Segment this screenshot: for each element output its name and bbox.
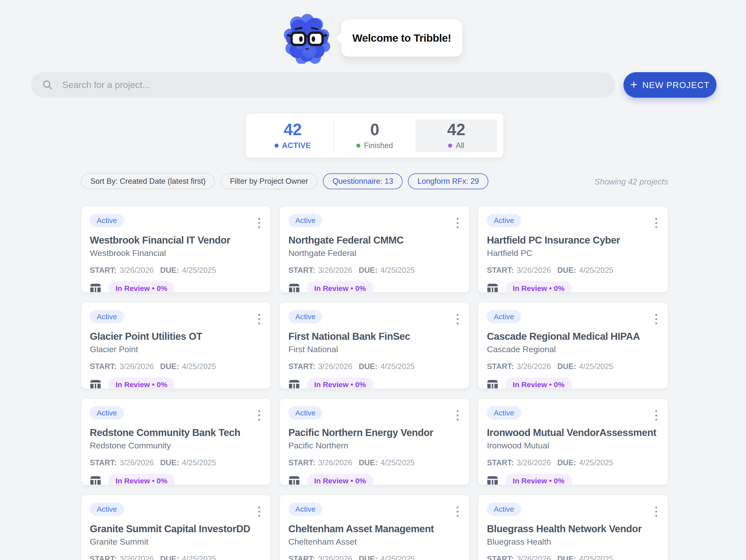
status-badge: Active bbox=[487, 406, 521, 420]
project-card[interactable]: Active Northgate Federal CMMC Northgate … bbox=[280, 206, 470, 292]
start-label: START: bbox=[288, 266, 315, 275]
stat-finished[interactable]: 0 Finished bbox=[334, 119, 415, 152]
project-card[interactable]: Active Granite Summit Capital InvestorDD… bbox=[81, 495, 271, 560]
card-footer: In Review • 0% bbox=[288, 281, 461, 292]
start-date: 3/26/2026 bbox=[119, 266, 154, 275]
stat-all[interactable]: 42 All bbox=[415, 119, 497, 152]
project-dates: START: 3/26/2026 DUE: 4/25/2025 bbox=[487, 555, 659, 560]
kebab-menu-icon[interactable] bbox=[257, 505, 262, 518]
kebab-menu-icon[interactable] bbox=[257, 312, 262, 326]
status-badge: Active bbox=[90, 406, 124, 420]
project-card[interactable]: Active Redstone Community Bank Tech Reds… bbox=[81, 398, 271, 485]
due-label: DUE: bbox=[160, 362, 179, 371]
kebab-menu-icon[interactable] bbox=[654, 505, 659, 518]
table-icon bbox=[288, 476, 300, 485]
filter-owner-button[interactable]: Filter by Project Owner bbox=[221, 173, 317, 189]
project-owner: Ironwood Mutual bbox=[487, 441, 659, 450]
project-owner: Bluegrass Health bbox=[487, 537, 659, 547]
start-label: START: bbox=[288, 458, 315, 467]
due-date: 4/25/2025 bbox=[182, 362, 216, 371]
project-card[interactable]: Active Glacier Point Utilities OT Glacie… bbox=[81, 302, 271, 389]
project-owner: Granite Summit bbox=[90, 537, 262, 547]
due-label: DUE: bbox=[160, 266, 179, 275]
due-date: 4/25/2025 bbox=[579, 555, 613, 560]
project-title: Glacier Point Utilities OT bbox=[90, 331, 262, 342]
start-label: START: bbox=[90, 266, 117, 275]
review-status-pill: In Review • 0% bbox=[307, 377, 373, 389]
status-badge: Active bbox=[487, 310, 521, 324]
due-label: DUE: bbox=[359, 555, 378, 560]
project-card[interactable]: Active Ironwood Mutual VendorAssessment … bbox=[478, 398, 668, 485]
project-title: Cascade Regional Medical HIPAA bbox=[487, 331, 659, 342]
project-card[interactable]: Active Westbrook Financial IT Vendor Wes… bbox=[81, 206, 271, 292]
status-badge: Active bbox=[288, 214, 323, 227]
review-status-pill: In Review • 0% bbox=[505, 474, 572, 485]
project-card[interactable]: Active Hartfield PC Insurance Cyber Hart… bbox=[478, 206, 668, 292]
kebab-menu-icon[interactable] bbox=[257, 409, 262, 422]
project-dates: START: 3/26/2026 DUE: 4/25/2025 bbox=[288, 362, 461, 371]
due-date: 4/25/2025 bbox=[380, 362, 415, 371]
start-label: START: bbox=[487, 266, 514, 275]
kebab-menu-icon[interactable] bbox=[455, 312, 460, 326]
due-label: DUE: bbox=[160, 458, 179, 467]
due-date: 4/25/2025 bbox=[579, 458, 613, 467]
project-card[interactable]: Active Cheltenham Asset Management Chelt… bbox=[280, 495, 470, 560]
start-label: START: bbox=[90, 555, 117, 560]
questionnaire-filter-button[interactable]: Questionnaire: 13 bbox=[323, 173, 403, 189]
project-title: Redstone Community Bank Tech bbox=[90, 427, 262, 438]
project-card[interactable]: Active Cascade Regional Medical HIPAA Ca… bbox=[478, 302, 668, 389]
project-title: Ironwood Mutual VendorAssessment bbox=[487, 427, 659, 438]
kebab-menu-icon[interactable] bbox=[654, 312, 659, 326]
finished-count: 0 bbox=[370, 121, 379, 138]
project-owner: First National bbox=[288, 344, 461, 354]
project-grid: Active Westbrook Financial IT Vendor Wes… bbox=[81, 206, 668, 560]
kebab-menu-icon[interactable] bbox=[455, 409, 460, 422]
due-label: DUE: bbox=[160, 555, 179, 560]
search-bar bbox=[31, 72, 615, 98]
projects-dashboard: Welcome to Tribble! + NEW PROJECT 42 ACT… bbox=[0, 0, 746, 560]
kebab-menu-icon[interactable] bbox=[257, 216, 262, 230]
stat-active[interactable]: 42 ACTIVE bbox=[252, 119, 334, 152]
due-label: DUE: bbox=[557, 555, 576, 560]
review-status-pill: In Review • 0% bbox=[505, 377, 572, 389]
review-status-pill: In Review • 0% bbox=[108, 281, 175, 292]
status-badge: Active bbox=[90, 214, 124, 227]
speech-bubble: Welcome to Tribble! bbox=[341, 19, 462, 57]
due-date: 4/25/2025 bbox=[380, 458, 415, 467]
table-icon bbox=[90, 380, 101, 389]
start-date: 3/26/2026 bbox=[119, 458, 154, 467]
table-icon bbox=[288, 380, 300, 389]
sort-by-button[interactable]: Sort By: Created Date (latest first) bbox=[81, 173, 215, 189]
project-title: First National Bank FinSec bbox=[288, 331, 461, 342]
new-project-button[interactable]: + NEW PROJECT bbox=[624, 72, 716, 98]
project-dates: START: 3/26/2026 DUE: 4/25/2025 bbox=[90, 458, 262, 467]
search-input[interactable] bbox=[31, 72, 615, 98]
kebab-menu-icon[interactable] bbox=[654, 409, 659, 422]
longform-rfx-filter-button[interactable]: Longform RFx: 29 bbox=[408, 173, 488, 189]
start-date: 3/26/2026 bbox=[517, 362, 551, 371]
due-date: 4/25/2025 bbox=[182, 555, 216, 560]
project-owner: Redstone Community bbox=[90, 441, 262, 450]
due-date: 4/25/2025 bbox=[380, 266, 415, 275]
project-owner: Northgate Federal bbox=[288, 248, 461, 258]
all-count: 42 bbox=[447, 121, 465, 138]
kebab-menu-icon[interactable] bbox=[654, 216, 659, 230]
status-badge: Active bbox=[90, 310, 124, 324]
kebab-menu-icon[interactable] bbox=[455, 505, 460, 518]
status-badge: Active bbox=[90, 502, 124, 516]
table-icon bbox=[90, 283, 101, 292]
project-card[interactable]: Active Bluegrass Health Network Vendor B… bbox=[478, 495, 668, 560]
kebab-menu-icon[interactable] bbox=[455, 216, 460, 230]
card-footer: In Review • 0% bbox=[487, 377, 659, 389]
project-card[interactable]: Active Pacific Northern Energy Vendor Pa… bbox=[280, 398, 470, 485]
card-footer: In Review • 0% bbox=[90, 281, 262, 292]
project-card[interactable]: Active First National Bank FinSec First … bbox=[280, 302, 470, 389]
start-date: 3/26/2026 bbox=[119, 555, 154, 560]
project-dates: START: 3/26/2026 DUE: 4/25/2025 bbox=[90, 266, 262, 275]
welcome-text: Welcome to Tribble! bbox=[352, 32, 451, 44]
due-date: 4/25/2025 bbox=[380, 555, 415, 560]
start-date: 3/26/2026 bbox=[318, 266, 352, 275]
search-icon bbox=[42, 79, 53, 91]
card-footer: In Review • 0% bbox=[288, 377, 461, 389]
project-dates: START: 3/26/2026 DUE: 4/25/2025 bbox=[487, 266, 659, 275]
